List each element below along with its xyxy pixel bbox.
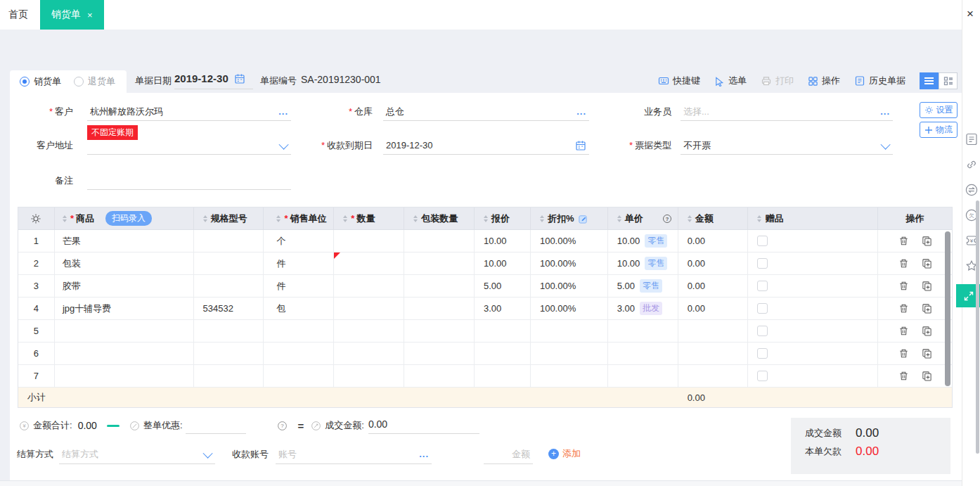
order-discount-input[interactable] <box>186 417 246 434</box>
trash-icon[interactable] <box>898 348 909 359</box>
cell-quote[interactable]: 3.00 <box>475 298 531 319</box>
cell-amount[interactable]: 0.00 <box>678 298 749 319</box>
price-type-badge[interactable]: 零售 <box>640 279 662 293</box>
cell-quote[interactable]: 10.00 <box>475 252 531 274</box>
copy-add-icon[interactable] <box>922 258 932 269</box>
cell-price[interactable]: 10.00零售 <box>608 252 678 274</box>
trash-icon[interactable] <box>898 371 909 381</box>
tab-home[interactable]: 首页 <box>0 0 37 30</box>
cell-pkg-qty[interactable] <box>404 320 475 342</box>
gift-checkbox[interactable] <box>757 303 768 314</box>
cell-quote[interactable] <box>475 365 531 387</box>
cell-pkg-qty[interactable] <box>404 298 475 319</box>
link-icon[interactable] <box>965 158 979 172</box>
cell-amount[interactable] <box>678 365 749 387</box>
gift-checkbox[interactable] <box>757 236 768 246</box>
cell-unit[interactable]: 件 <box>264 275 334 297</box>
cell-discount[interactable]: 100.00% <box>531 252 608 274</box>
cell-price[interactable] <box>608 320 678 342</box>
calendar-icon[interactable] <box>234 73 245 84</box>
chevron-down-icon[interactable] <box>279 139 289 149</box>
help-icon[interactable]: ? <box>662 214 672 224</box>
cell-price[interactable]: 5.00零售 <box>608 275 678 297</box>
gift-checkbox[interactable] <box>757 326 768 336</box>
cell-pkg-qty[interactable] <box>404 365 475 387</box>
cell-product[interactable]: 包装 <box>55 252 194 274</box>
settings-button[interactable]: 设置 <box>920 102 958 118</box>
col-unit[interactable]: *销售单位 <box>264 207 334 229</box>
cell-qty[interactable] <box>334 343 404 364</box>
logistics-button[interactable]: 物流 <box>920 122 958 138</box>
window-close-button[interactable]: × <box>963 7 977 21</box>
sort-icon[interactable] <box>413 215 418 222</box>
cell-spec[interactable] <box>194 252 264 274</box>
cell-amount[interactable] <box>678 320 749 342</box>
cell-product[interactable]: 芒果 <box>55 230 194 252</box>
column-settings[interactable] <box>18 207 55 229</box>
tab-close-icon[interactable]: × <box>87 10 93 20</box>
col-discount[interactable]: 折扣% <box>531 207 608 229</box>
sort-icon[interactable] <box>757 215 761 222</box>
print-button[interactable]: 打印 <box>761 75 794 87</box>
col-spec[interactable]: 规格型号 <box>194 207 264 229</box>
cell-quote[interactable]: 10.00 <box>475 230 531 252</box>
chevron-down-icon[interactable] <box>881 139 891 149</box>
col-product[interactable]: *商品 扫码录入 <box>55 207 194 229</box>
cell-product[interactable]: 胶带 <box>55 275 194 297</box>
pick-order-button[interactable]: 选单 <box>714 75 747 87</box>
cell-spec[interactable]: 534532 <box>194 298 264 319</box>
chevron-down-icon[interactable] <box>203 448 213 458</box>
copy-add-icon[interactable] <box>922 236 932 246</box>
cell-discount[interactable]: 100.00% <box>531 298 608 319</box>
cell-price[interactable]: 3.00批发 <box>608 298 678 319</box>
cell-qty[interactable] <box>334 252 404 274</box>
price-type-badge[interactable]: 批发 <box>640 302 662 315</box>
sort-icon[interactable] <box>203 215 207 222</box>
scan-input-button[interactable]: 扫码录入 <box>105 211 152 226</box>
cell-amount[interactable]: 0.00 <box>678 252 749 274</box>
cell-pkg-qty[interactable] <box>404 275 475 297</box>
sort-icon[interactable] <box>63 215 67 222</box>
settle-account-field[interactable]: 账号 ... <box>276 445 432 464</box>
cell-spec[interactable] <box>194 365 264 387</box>
salesman-field[interactable]: 选择... ... <box>681 103 893 121</box>
operations-button[interactable]: 操作 <box>808 75 840 87</box>
cell-price[interactable]: 10.00零售 <box>608 230 678 252</box>
cell-quote[interactable] <box>475 343 531 364</box>
gift-checkbox[interactable] <box>757 281 768 291</box>
cell-unit[interactable]: 个 <box>264 230 334 252</box>
radio-return-order[interactable]: 退货单 <box>74 75 115 88</box>
cell-discount[interactable]: 100.00% <box>531 230 608 252</box>
customer-field[interactable]: 杭州解放路沃尔玛 ... <box>87 103 291 121</box>
sort-icon[interactable] <box>276 215 281 222</box>
due-date-field[interactable]: 2019-12-30 <box>383 136 589 155</box>
customer-address-field[interactable] <box>87 136 291 155</box>
shortcut-keys-button[interactable]: 快捷键 <box>658 75 700 87</box>
deal-amount-input[interactable]: 0.00 <box>368 417 479 434</box>
copy-add-icon[interactable] <box>922 371 932 381</box>
cell-qty[interactable] <box>334 298 404 319</box>
gift-checkbox[interactable] <box>757 258 768 269</box>
col-quote[interactable]: 报价 <box>475 207 531 229</box>
cell-pkg-qty[interactable] <box>404 252 475 274</box>
bill-type-field[interactable]: 不开票 <box>681 136 893 155</box>
warehouse-picker-icon[interactable]: ... <box>576 106 586 117</box>
settle-amount-field[interactable]: 金额 <box>484 445 533 464</box>
cell-product[interactable] <box>55 343 194 364</box>
cell-unit[interactable]: 件 <box>264 252 334 274</box>
col-price[interactable]: 单价 ? <box>608 207 678 229</box>
cell-amount[interactable]: 0.00 <box>678 230 749 252</box>
cell-spec[interactable] <box>194 230 264 252</box>
cell-product[interactable]: jpg十辅导费 <box>55 298 194 319</box>
cell-pkg-qty[interactable] <box>404 343 475 364</box>
cell-discount[interactable] <box>531 365 608 387</box>
account-picker-icon[interactable]: ... <box>419 449 429 459</box>
sort-icon[interactable] <box>540 215 544 222</box>
trash-icon[interactable] <box>898 303 909 314</box>
table-scrollbar[interactable] <box>945 231 950 386</box>
trash-icon[interactable] <box>898 236 909 246</box>
history-orders-button[interactable]: 历史单据 <box>854 75 905 87</box>
sort-icon[interactable] <box>617 215 621 222</box>
cell-price[interactable] <box>608 343 678 364</box>
cell-spec[interactable] <box>194 320 264 342</box>
